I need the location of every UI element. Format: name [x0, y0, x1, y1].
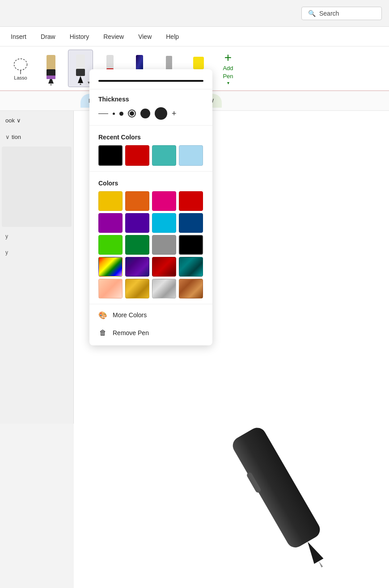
recent-colors-grid [98, 145, 203, 166]
color-crimson[interactable] [152, 257, 176, 277]
lasso-icon [12, 56, 30, 74]
add-pen-arrow: ▾ [227, 80, 229, 85]
colors-title: Colors [98, 180, 203, 187]
color-red[interactable] [179, 191, 203, 211]
recent-colors-section: Recent Colors [89, 127, 212, 169]
color-lime[interactable] [98, 235, 123, 255]
colors-grid [98, 191, 203, 298]
color-navy[interactable] [179, 213, 203, 233]
divider-1 [89, 125, 212, 126]
more-colors-icon: 🎨 [98, 311, 107, 319]
add-pen-button[interactable]: + Add Pen ▾ [216, 50, 241, 87]
color-gray[interactable] [152, 235, 176, 255]
svg-marker-9 [78, 76, 83, 83]
color-teal-galaxy[interactable] [179, 257, 203, 277]
recent-color-red[interactable] [125, 145, 149, 166]
add-pen-plus-icon: + [224, 51, 232, 64]
recent-color-teal[interactable] [152, 145, 176, 166]
sidebar-section-dropdown[interactable]: ∨ tion [0, 131, 73, 143]
color-pink[interactable] [152, 191, 176, 211]
color-galaxy[interactable] [125, 257, 149, 277]
pen-tool-1[interactable] [38, 50, 63, 87]
pen-popup: Thickness + Recent Colors [89, 69, 212, 345]
menu-history[interactable]: History [63, 30, 96, 43]
svg-rect-11 [106, 55, 114, 70]
lasso-label: Lasso [14, 75, 27, 80]
add-pen-label-line1: Add [223, 65, 233, 72]
svg-rect-22 [193, 57, 204, 69]
menu-review[interactable]: Review [97, 30, 130, 43]
color-cyan[interactable] [152, 213, 176, 233]
thickness-size-xl[interactable] [155, 107, 167, 120]
recent-colors-title: Recent Colors [98, 134, 203, 141]
search-label: Search [319, 10, 339, 17]
menu-help[interactable]: Help [160, 30, 185, 43]
color-wood[interactable] [179, 279, 203, 298]
recent-color-lightblue[interactable] [179, 145, 203, 166]
left-sidebar: ook ∨ ∨ tion y y [0, 111, 74, 424]
menu-insert[interactable]: Insert [4, 30, 33, 43]
sidebar-section-y1: y [0, 231, 73, 242]
sidebar-book-dropdown[interactable]: ook ∨ [0, 114, 73, 126]
colors-section: Colors [89, 173, 212, 302]
thickness-title: Thickness [98, 96, 203, 103]
more-colors-row[interactable]: 🎨 More Colors [89, 306, 212, 324]
menu-draw[interactable]: Draw [34, 30, 62, 43]
thickness-size-s[interactable] [113, 113, 115, 115]
more-colors-label: More Colors [113, 311, 147, 319]
top-bar: 🔍 Search [0, 0, 389, 27]
thickness-row: + [98, 107, 203, 120]
pen-icon-1 [41, 53, 61, 85]
svg-marker-10 [80, 83, 81, 85]
thickness-section: Thickness + [89, 89, 212, 123]
menu-bar: Insert Draw History Review View Help [0, 27, 389, 46]
color-violet[interactable] [125, 213, 149, 233]
color-gold[interactable] [125, 279, 149, 298]
add-pen-label-line2: Pen [223, 73, 233, 80]
thickness-size-xs[interactable] [98, 113, 108, 114]
color-green[interactable] [125, 235, 149, 255]
remove-pen-row[interactable]: 🗑 Remove Pen [89, 324, 212, 342]
svg-marker-5 [50, 84, 52, 85]
remove-pen-label: Remove Pen [113, 329, 149, 336]
divider-2 [89, 171, 212, 172]
remove-pen-icon: 🗑 [98, 328, 107, 337]
thickness-size-l[interactable] [140, 109, 150, 118]
search-icon: 🔍 [308, 10, 316, 17]
color-silver[interactable] [152, 279, 176, 298]
svg-rect-8 [76, 69, 85, 76]
color-rainbow[interactable] [98, 257, 123, 277]
svg-point-0 [14, 59, 27, 70]
svg-rect-3 [47, 69, 55, 76]
divider-3 [89, 304, 212, 304]
color-orange[interactable] [125, 191, 149, 211]
sidebar-section-y2: y [0, 247, 73, 258]
menu-view[interactable]: View [132, 30, 158, 43]
search-box[interactable]: 🔍 Search [301, 7, 382, 20]
recent-color-black[interactable] [98, 145, 123, 166]
thickness-size-m[interactable] [119, 112, 123, 116]
color-yellow[interactable] [98, 191, 123, 211]
color-purple[interactable] [98, 213, 123, 233]
sidebar-book-arrow: ∨ [17, 117, 21, 124]
color-peach[interactable] [98, 279, 123, 298]
thickness-size-selected[interactable] [128, 109, 136, 118]
sidebar-book-label: ook [5, 117, 15, 124]
lasso-tool[interactable]: Lasso [7, 55, 34, 82]
thickness-add-button[interactable]: + [172, 109, 177, 118]
svg-rect-6 [47, 76, 55, 79]
color-black[interactable] [179, 235, 203, 255]
popup-preview [89, 69, 212, 89]
preview-line [98, 80, 203, 82]
